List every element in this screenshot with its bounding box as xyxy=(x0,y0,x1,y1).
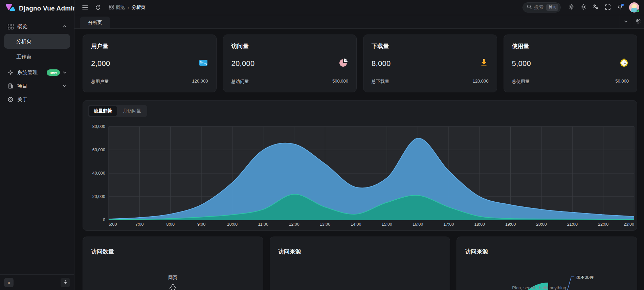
stat-title: 用户量 xyxy=(91,42,208,50)
svg-text:40,000: 40,000 xyxy=(92,171,105,176)
breadcrumb: 概览 › 分析页 xyxy=(109,4,146,10)
svg-text:16:00: 16:00 xyxy=(413,222,423,227)
svg-text:8:00: 8:00 xyxy=(166,222,175,227)
stat-card-downloads: 下载量 8,000 总下载量 120,000 xyxy=(363,35,497,92)
trend-tabs: 流量趋势 月访问量 xyxy=(88,105,147,117)
translate-icon xyxy=(593,4,599,11)
sidebar-item-overview[interactable]: 概览 xyxy=(4,20,70,33)
svg-text:20:00: 20:00 xyxy=(536,222,547,227)
sidebar-item-system[interactable]: 系统管理 new xyxy=(4,66,70,79)
pin-sidebar-button[interactable] xyxy=(61,278,70,287)
traffic-area-chart: 6:007:008:009:0010:0011:0012:0013:0014:0… xyxy=(83,120,637,229)
svg-text:%: % xyxy=(345,60,347,62)
hamburger-menu-button[interactable] xyxy=(80,2,90,13)
breadcrumb-root[interactable]: 概览 xyxy=(109,4,125,10)
card-title: 访问来源 xyxy=(465,248,629,255)
notification-dot xyxy=(621,4,624,6)
online-status-dot xyxy=(637,9,640,13)
stat-footer: 总下载量 120,000 xyxy=(372,79,489,85)
pin-icon xyxy=(63,280,68,285)
stat-total-label: 总访问量 xyxy=(231,79,249,85)
user-avatar[interactable] xyxy=(629,2,639,13)
sidebar-menu: 概览 分析页 工作台 系统管理 ne xyxy=(0,17,74,274)
svg-text:12:00: 12:00 xyxy=(289,222,299,227)
web-category-label: 网页 xyxy=(83,275,263,281)
maximize-content-button[interactable] xyxy=(632,15,644,28)
tabbar-controls xyxy=(620,15,644,28)
tab-list-dropdown-button[interactable] xyxy=(620,15,632,28)
sidebar-item-workbench[interactable]: 工作台 xyxy=(4,49,70,64)
sidebar-item-label: 工作台 xyxy=(16,54,31,60)
new-badge: new xyxy=(47,69,60,76)
rose-annotation-label: 技术支持 xyxy=(576,276,594,280)
sidebar-item-label: 概览 xyxy=(17,23,27,30)
refresh-button[interactable] xyxy=(93,2,103,13)
fullscreen-button[interactable] xyxy=(603,2,613,13)
visit-source-pie-card: 访问来源 xyxy=(270,237,450,290)
stat-card-users: 用户量 2,000 总用户量 xyxy=(83,35,217,92)
svg-text:20,000: 20,000 xyxy=(92,194,105,199)
chevron-down-icon xyxy=(63,84,67,88)
visit-count-card: 访问数量 网页 xyxy=(83,237,263,290)
building-icon xyxy=(7,83,14,89)
tab-analysis[interactable]: 分析页 xyxy=(80,17,110,28)
svg-text:14:00: 14:00 xyxy=(351,222,361,227)
bottom-cards-row: 访问数量 网页 访问来源 访问来源 xyxy=(83,237,637,290)
language-button[interactable] xyxy=(591,2,601,13)
app-title: Djagno Vue Admin xyxy=(19,5,77,12)
stats-row: 用户量 2,000 总用户量 xyxy=(83,35,637,92)
notifications-button[interactable] xyxy=(615,2,625,13)
gear-icon xyxy=(569,4,574,11)
svg-text:18:00: 18:00 xyxy=(474,222,485,227)
svg-text:11:00: 11:00 xyxy=(258,222,268,227)
svg-text:17:00: 17:00 xyxy=(443,222,454,227)
stat-total-value: 500,000 xyxy=(332,79,348,85)
maximize-icon xyxy=(636,19,641,25)
pie-chart-icon: % xyxy=(339,58,348,67)
stat-title: 使用量 xyxy=(512,42,629,50)
tab-monthly-visits[interactable]: 月访问量 xyxy=(118,106,146,116)
svg-text:21:00: 21:00 xyxy=(567,222,578,227)
rose-caption: Plan, search, build anything xyxy=(512,285,566,290)
app-logo-icon xyxy=(5,3,16,14)
logo-row[interactable]: Djagno Vue Admin xyxy=(0,0,74,17)
sidebar-item-label: 项目 xyxy=(17,83,27,89)
search-placeholder: 搜索 xyxy=(534,4,543,10)
gear-icon xyxy=(7,69,14,75)
stat-value: 2,000 xyxy=(91,59,110,68)
breadcrumb-root-label: 概览 xyxy=(116,4,125,10)
sidebar-item-analysis[interactable]: 分析页 xyxy=(4,34,70,49)
stat-value: 5,000 xyxy=(512,59,531,68)
chevron-down-icon xyxy=(624,19,628,25)
svg-text:80,000: 80,000 xyxy=(92,124,105,129)
theme-toggle-button[interactable] xyxy=(578,2,589,13)
tab-traffic-trend[interactable]: 流量趋势 xyxy=(89,106,117,116)
breadcrumb-separator: › xyxy=(128,5,129,10)
sun-icon xyxy=(581,4,586,11)
sidebar-footer: « xyxy=(0,274,74,290)
top-header: 概览 › 分析页 搜索 ⌘ K xyxy=(74,0,644,15)
stat-value: 20,000 xyxy=(231,59,255,68)
credit-card-icon xyxy=(199,58,208,67)
tab-label: 分析页 xyxy=(88,20,102,26)
traffic-trend-card: 流量趋势 月访问量 6:007:008:009:0010:0011:0012:0… xyxy=(83,100,637,231)
svg-text:13:00: 13:00 xyxy=(320,222,330,227)
sidebar-item-label: 系统管理 xyxy=(17,69,38,76)
stat-card-visits: 访问量 20,000 % 总访问量 500,000 xyxy=(223,35,357,92)
settings-button[interactable] xyxy=(566,2,576,13)
stat-footer: 总使用量 50,000 xyxy=(512,79,629,85)
stat-total-value: 50,000 xyxy=(615,79,629,85)
collapse-sidebar-button[interactable]: « xyxy=(4,278,14,287)
sidebar-item-about[interactable]: 关于 xyxy=(4,93,70,106)
sidebar-item-label: 关于 xyxy=(17,96,27,103)
grid-icon xyxy=(7,23,14,29)
app-root: Djagno Vue Admin 概览 分析页 工作台 xyxy=(0,0,644,290)
svg-text:6:00: 6:00 xyxy=(109,222,117,227)
sidebar-item-project[interactable]: 项目 xyxy=(4,79,70,93)
search-input[interactable]: 搜索 ⌘ K xyxy=(523,2,561,13)
stat-total-label: 总用户量 xyxy=(91,79,109,85)
breadcrumb-current: 分析页 xyxy=(132,4,146,10)
main-area: 概览 › 分析页 搜索 ⌘ K xyxy=(74,0,644,290)
grid-icon xyxy=(109,5,114,10)
download-icon xyxy=(479,58,489,67)
